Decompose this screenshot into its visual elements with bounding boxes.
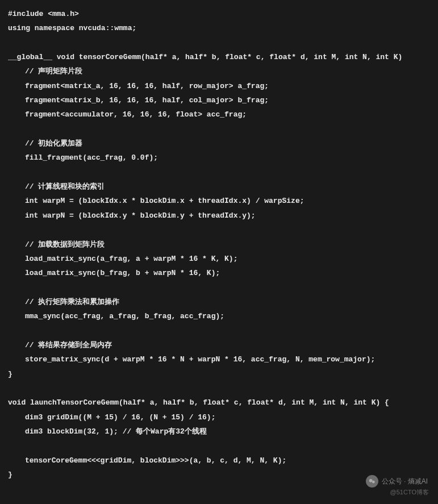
code-line: __global__ void tensorCoreGemm(half* a, … xyxy=(8,50,430,64)
code-line: fragment<accumulator, 16, 16, 16, float>… xyxy=(8,107,430,122)
code-line: tensorCoreGemm<<<gridDim, blockDim>>>(a,… xyxy=(8,453,430,468)
credit-text: @51CTO博客 xyxy=(390,486,429,498)
code-line: using namespace nvcuda::wmma; xyxy=(8,21,430,35)
code-line: load_matrix_sync(a_frag, a + warpM * 16 … xyxy=(8,252,430,266)
code-line: dim3 gridDim((M + 15) / 16, (N + 15) / 1… xyxy=(8,410,430,424)
code-line: // 声明矩阵片段 xyxy=(8,64,430,78)
code-block: #include <mma.h>using namespace nvcuda::… xyxy=(8,7,430,482)
code-line: int warpM = (blockIdx.x * blockDim.x + t… xyxy=(8,194,430,208)
code-line: fragment<matrix_b, 16, 16, 16, half, col… xyxy=(8,93,430,107)
svg-point-1 xyxy=(372,481,375,484)
code-line: // 将结果存储到全局内存 xyxy=(8,338,430,352)
code-line xyxy=(8,324,430,338)
code-line xyxy=(8,439,430,453)
code-line xyxy=(8,122,430,136)
code-line: } xyxy=(8,367,430,381)
code-line: int warpN = (blockIdx.y * blockDim.y + t… xyxy=(8,209,430,223)
code-line: // 初始化累加器 xyxy=(8,136,430,151)
code-line: store_matrix_sync(d + warpM * 16 * N + w… xyxy=(8,352,430,366)
code-line: #include <mma.h> xyxy=(8,7,430,21)
code-line: dim3 blockDim(32, 1); // 每个Warp有32个线程 xyxy=(8,424,430,439)
code-line: // 执行矩阵乘法和累加操作 xyxy=(8,295,430,309)
code-line: void launchTensorCoreGemm(half* a, half*… xyxy=(8,395,430,410)
code-line xyxy=(8,281,430,295)
svg-point-0 xyxy=(369,479,372,482)
code-line: fill_fragment(acc_frag, 0.0f); xyxy=(8,151,430,165)
code-line xyxy=(8,223,430,237)
code-line: load_matrix_sync(b_frag, b + warpN * 16,… xyxy=(8,266,430,280)
code-line xyxy=(8,36,430,50)
code-line: mma_sync(acc_frag, a_frag, b_frag, acc_f… xyxy=(8,309,430,323)
code-line: // 计算线程和块的索引 xyxy=(8,180,430,194)
code-line xyxy=(8,165,430,180)
code-line xyxy=(8,381,430,395)
wechat-icon xyxy=(366,475,378,488)
code-line: fragment<matrix_a, 16, 16, 16, half, row… xyxy=(8,79,430,93)
code-line: // 加载数据到矩阵片段 xyxy=(8,238,430,252)
